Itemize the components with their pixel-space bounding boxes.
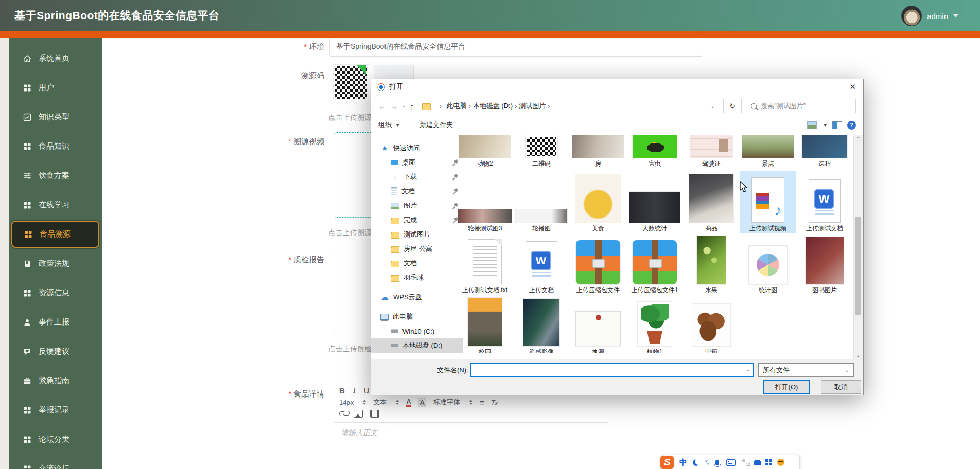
punctuation-icon[interactable]: °,: [705, 459, 708, 466]
file-item[interactable]: 执照: [570, 295, 626, 353]
path-box[interactable]: › 此电脑›本地磁盘 (D:)›测试图片› ⌄: [418, 99, 719, 113]
sidebar-item[interactable]: 食品溯源: [11, 221, 99, 248]
cancel-button[interactable]: 取消: [821, 380, 861, 394]
search-box[interactable]: 搜索"测试图片": [746, 99, 856, 113]
toolbox-grid-icon[interactable]: [765, 459, 768, 462]
sidebar-item[interactable]: 交流论坛: [9, 454, 102, 469]
file-item[interactable]: 商品: [683, 171, 740, 233]
sidebar-item[interactable]: 系统首页: [9, 44, 102, 73]
avatar[interactable]: [901, 6, 922, 26]
file-item[interactable]: 上传压缩包文件1: [626, 233, 683, 295]
insert-image-icon[interactable]: [354, 410, 363, 418]
line-height-button[interactable]: ≡: [480, 398, 484, 407]
font-size-select[interactable]: 14px: [339, 399, 354, 406]
highlight-color-button[interactable]: A: [418, 398, 426, 407]
file-item[interactable]: 课程: [796, 135, 853, 168]
sogou-logo-icon[interactable]: S: [660, 456, 674, 469]
dialog-nav-item[interactable]: 房屋-公寓: [371, 242, 463, 256]
scroll-up-icon[interactable]: ⌃: [854, 136, 863, 141]
sidebar-item[interactable]: 反馈建议: [9, 337, 102, 366]
bold-button[interactable]: B: [339, 386, 345, 395]
open-button[interactable]: 打开(O): [763, 380, 810, 394]
file-item[interactable]: 房: [570, 135, 626, 168]
view-mode-icon[interactable]: [807, 121, 817, 129]
file-item[interactable]: 轮播图: [513, 171, 570, 233]
file-item[interactable]: 中药: [683, 295, 740, 353]
dialog-titlebar[interactable]: 打开: [371, 79, 863, 95]
sidebar-item[interactable]: 紧急指南: [9, 366, 102, 395]
env-input[interactable]: [329, 37, 703, 57]
microphone-icon[interactable]: [715, 460, 719, 465]
font-family-stepper[interactable]: [469, 400, 472, 405]
sidebar-item[interactable]: 论坛分类: [9, 425, 102, 454]
file-item[interactable]: 美食: [570, 171, 626, 233]
dialog-nav-item[interactable]: 此电脑: [371, 310, 463, 324]
forward-icon[interactable]: →: [390, 102, 398, 111]
filename-input[interactable]: [472, 364, 742, 376]
file-item[interactable]: 水果: [683, 233, 740, 295]
dialog-nav-item[interactable]: 下载: [371, 170, 463, 184]
file-item[interactable]: 二维码: [513, 135, 570, 168]
dialog-nav-item[interactable]: 桌面: [371, 155, 463, 170]
ime-toolbar[interactable]: S 中 °,: [662, 455, 800, 469]
file-item[interactable]: 校园: [457, 295, 513, 353]
history-dropdown-icon[interactable]: ⌄: [402, 103, 406, 109]
insert-video-icon[interactable]: [370, 410, 379, 418]
sidebar-item[interactable]: 政策法规: [9, 249, 102, 278]
breadcrumb-segment[interactable]: 此电脑: [446, 101, 466, 111]
help-icon[interactable]: ?: [847, 121, 856, 130]
sidebar-item[interactable]: 资源信息: [9, 278, 102, 308]
clear-format-button[interactable]: Tx: [491, 399, 498, 406]
dialog-nav-item[interactable]: 测试图片: [371, 227, 463, 242]
dialog-nav-item[interactable]: WPS云盘: [371, 290, 463, 304]
resize-grip[interactable]: ⋰: [856, 389, 862, 394]
sidebar-item[interactable]: 饮食方案: [9, 161, 102, 190]
moon-icon[interactable]: [693, 459, 699, 466]
close-icon[interactable]: ✕: [849, 82, 856, 92]
breadcrumb-segment[interactable]: 本地磁盘 (D:): [473, 101, 513, 111]
chinese-mode-icon[interactable]: 中: [679, 458, 687, 467]
scroll-down-icon[interactable]: ⌄: [854, 352, 863, 358]
dialog-nav-item[interactable]: 图片: [371, 199, 463, 213]
dialog-nav-item[interactable]: 羽毛球: [371, 270, 463, 285]
preview-pane-icon[interactable]: [832, 121, 842, 129]
text-type-select[interactable]: 文本: [373, 398, 387, 407]
organize-button[interactable]: 组织: [378, 120, 392, 130]
view-mode-dropdown-icon[interactable]: [823, 124, 827, 127]
path-dropdown-icon[interactable]: ⌄: [711, 103, 715, 109]
underline-button[interactable]: U: [364, 386, 370, 395]
person-badge-icon[interactable]: [741, 459, 749, 466]
filetype-select[interactable]: 所有文件 ⌄: [758, 363, 854, 377]
file-item[interactable]: 上传压缩包文件: [570, 233, 626, 295]
file-item[interactable]: 害虫: [626, 135, 683, 168]
new-folder-button[interactable]: 新建文件夹: [419, 120, 453, 130]
dialog-nav-item[interactable]: 文档: [371, 256, 463, 270]
file-item[interactable]: 遥感影像: [513, 295, 570, 353]
file-item[interactable]: 上传测试文档.txt: [457, 233, 513, 295]
sidebar-item[interactable]: 知识类型: [9, 102, 102, 132]
dialog-nav-item[interactable]: 完成: [371, 213, 463, 227]
sidebar-item[interactable]: 举报记录: [9, 395, 102, 425]
insert-link-icon[interactable]: [339, 411, 346, 416]
emoji-icon[interactable]: [777, 459, 784, 466]
user-menu[interactable]: admin: [901, 6, 958, 26]
file-item[interactable]: 景点: [740, 135, 796, 168]
file-item[interactable]: 统计图: [740, 233, 796, 295]
file-item[interactable]: 轮播测试图3: [457, 171, 513, 233]
dialog-nav-item[interactable]: Win10 (C:): [371, 324, 463, 338]
dialog-nav-item[interactable]: 文档: [371, 184, 463, 199]
refresh-button[interactable]: ↻: [723, 99, 742, 113]
dialog-nav-item[interactable]: 本地磁盘 (D:): [371, 338, 463, 353]
sidebar-item[interactable]: 在线学习: [9, 190, 102, 220]
file-scrollbar[interactable]: ⌃ ⌄: [853, 135, 863, 359]
back-icon[interactable]: ←: [378, 102, 386, 111]
text-type-stepper[interactable]: [396, 400, 399, 405]
sidebar-item[interactable]: 事件上报: [9, 308, 102, 337]
file-item[interactable]: 植物1: [626, 295, 683, 353]
breadcrumb-segment[interactable]: 测试图片: [519, 101, 546, 111]
keyboard-icon[interactable]: [726, 459, 736, 466]
file-item[interactable]: 驾驶证: [683, 135, 740, 168]
scrollbar-thumb[interactable]: [855, 217, 861, 315]
file-item[interactable]: 动物2: [457, 135, 513, 168]
file-item[interactable]: 上传测试文档: [796, 171, 853, 233]
